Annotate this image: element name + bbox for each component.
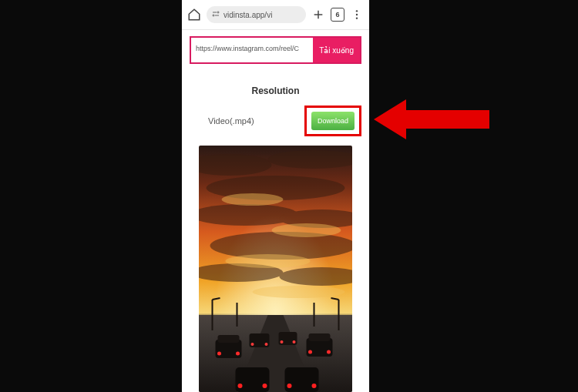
download-submit-button[interactable]: Tải xuống xyxy=(313,38,360,62)
svg-point-6 xyxy=(356,10,358,12)
svg-point-8 xyxy=(356,17,358,18)
svg-rect-42 xyxy=(309,333,331,341)
url-input[interactable]: https://www.instagram.com/reel/C xyxy=(191,38,313,62)
svg-rect-32 xyxy=(218,335,240,343)
annotation-arrow xyxy=(374,97,489,142)
phone-viewport: vidinsta.app/vi 6 https://www.instagram.… xyxy=(182,0,369,392)
browser-toolbar: vidinsta.app/vi 6 xyxy=(182,0,369,30)
resolution-header: Resolution xyxy=(182,85,369,96)
svg-point-37 xyxy=(265,343,268,346)
svg-point-21 xyxy=(226,254,311,268)
svg-point-49 xyxy=(287,384,292,388)
new-tab-icon[interactable] xyxy=(311,7,326,22)
svg-point-33 xyxy=(217,352,221,356)
page-body: https://www.instagram.com/reel/C Tải xuố… xyxy=(182,30,369,392)
svg-point-20 xyxy=(272,223,341,237)
result-format-label: Video(.mp4) xyxy=(190,116,304,126)
svg-point-1 xyxy=(217,12,219,13)
url-input-row: https://www.instagram.com/reel/C Tải xuố… xyxy=(190,36,361,64)
site-settings-icon xyxy=(211,10,220,19)
svg-point-34 xyxy=(236,352,240,356)
url-bar[interactable]: vidinsta.app/vi xyxy=(207,6,306,23)
svg-point-36 xyxy=(251,343,254,346)
svg-point-47 xyxy=(263,384,267,388)
home-icon[interactable] xyxy=(187,7,202,22)
result-row: Video(.mp4) Download xyxy=(182,102,369,139)
svg-point-19 xyxy=(222,193,284,206)
svg-point-43 xyxy=(308,350,312,354)
svg-point-7 xyxy=(356,14,358,15)
download-button[interactable]: Download xyxy=(311,112,355,130)
svg-point-40 xyxy=(293,340,296,343)
download-highlight-box: Download xyxy=(304,106,361,136)
svg-point-44 xyxy=(327,350,331,354)
svg-rect-45 xyxy=(236,367,270,392)
svg-point-46 xyxy=(238,384,243,388)
svg-point-22 xyxy=(253,286,345,298)
svg-rect-48 xyxy=(285,367,319,392)
svg-point-50 xyxy=(312,384,317,388)
url-text: vidinsta.app/vi xyxy=(223,11,272,19)
svg-marker-51 xyxy=(374,99,489,139)
tab-switcher[interactable]: 6 xyxy=(331,8,344,22)
kebab-menu-icon[interactable] xyxy=(349,7,365,22)
svg-point-3 xyxy=(213,15,214,16)
svg-point-39 xyxy=(281,340,284,343)
video-thumbnail[interactable] xyxy=(199,146,352,392)
